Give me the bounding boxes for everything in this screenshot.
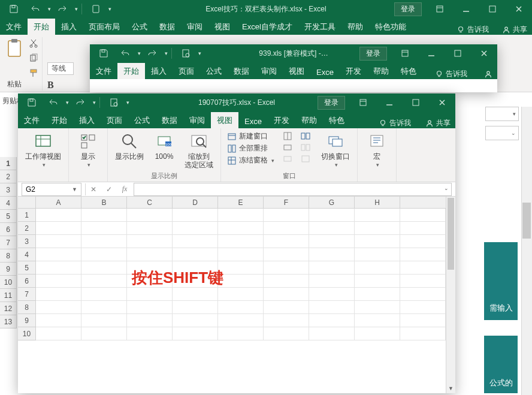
- split-button[interactable]: [282, 131, 294, 141]
- cell[interactable]: [264, 248, 309, 261]
- cell[interactable]: [218, 261, 264, 275]
- share-icon[interactable]: [502, 26, 510, 34]
- scrollbar-1[interactable]: [521, 107, 532, 395]
- tab-formulas[interactable]: 公式: [200, 63, 228, 79]
- paste-button[interactable]: 粘贴: [4, 37, 25, 91]
- rowhead[interactable]: 3: [0, 183, 17, 197]
- select-all-corner[interactable]: [18, 197, 36, 208]
- touch-mode-icon[interactable]: [86, 0, 106, 18]
- tab-dev[interactable]: 开发: [340, 63, 367, 79]
- rowhead[interactable]: 1: [18, 209, 36, 222]
- unhide-button[interactable]: [282, 153, 294, 164]
- cell[interactable]: [173, 288, 218, 301]
- rowhead[interactable]: 6: [18, 275, 36, 288]
- cell[interactable]: [127, 222, 173, 235]
- back-fbar-expand[interactable]: ⌄: [511, 130, 516, 136]
- cell[interactable]: [264, 301, 309, 314]
- rowhead[interactable]: 8: [0, 249, 17, 263]
- cell[interactable]: [218, 301, 264, 314]
- rowhead[interactable]: 4: [0, 197, 17, 210]
- tab-view[interactable]: 视图: [283, 63, 310, 79]
- tab-help[interactable]: 帮助: [295, 112, 323, 128]
- cell[interactable]: [309, 288, 355, 301]
- tab-insert[interactable]: 插入: [145, 63, 173, 79]
- cell[interactable]: [264, 209, 309, 222]
- rowhead[interactable]: 3: [18, 235, 36, 248]
- tab-file[interactable]: 文件: [0, 19, 28, 35]
- cell[interactable]: [264, 275, 309, 288]
- cell[interactable]: [36, 248, 81, 261]
- cell[interactable]: [309, 248, 355, 261]
- cell[interactable]: [400, 248, 446, 261]
- cell[interactable]: [218, 288, 264, 301]
- tab-exce[interactable]: Exce: [238, 114, 268, 128]
- colhead[interactable]: A: [36, 197, 81, 208]
- tab-formulas[interactable]: 公式: [126, 19, 153, 35]
- tab-insert[interactable]: 插入: [55, 19, 83, 35]
- switch-windows-button[interactable]: 切换窗口 ▾: [319, 131, 352, 169]
- preview-icon[interactable]: [176, 44, 196, 62]
- share-button-1[interactable]: 共享: [513, 25, 527, 35]
- cell[interactable]: [173, 327, 218, 340]
- undo-icon[interactable]: [115, 44, 135, 62]
- cell[interactable]: [218, 327, 264, 340]
- cell[interactable]: [81, 261, 127, 275]
- share-icon[interactable]: [484, 70, 492, 79]
- colhead[interactable]: E: [218, 197, 264, 208]
- cell[interactable]: [36, 327, 81, 340]
- cell[interactable]: [264, 288, 309, 301]
- cell[interactable]: [127, 235, 173, 248]
- cell[interactable]: [127, 301, 173, 314]
- rowhead[interactable]: 9: [18, 314, 36, 327]
- tab-file[interactable]: 文件: [18, 112, 46, 128]
- cell[interactable]: [127, 209, 173, 222]
- tab-developer[interactable]: 开发工具: [298, 19, 341, 35]
- freeze-panes-button[interactable]: 冻结窗格▾: [226, 155, 276, 166]
- tab-review[interactable]: 审阅: [183, 112, 211, 128]
- scroll-down-icon[interactable]: ▼: [446, 384, 455, 393]
- ribbon-options-icon[interactable]: [350, 94, 376, 111]
- undo-caret[interactable]: ▾: [48, 6, 51, 12]
- sync-scroll-button[interactable]: [300, 142, 312, 153]
- tab-help[interactable]: 帮助: [367, 63, 395, 79]
- cancel-formula-icon[interactable]: ✕: [86, 185, 101, 194]
- redo-caret[interactable]: ▾: [93, 99, 96, 105]
- cell[interactable]: [355, 235, 400, 248]
- cell[interactable]: [127, 327, 173, 340]
- cell[interactable]: [81, 314, 127, 327]
- fx-icon[interactable]: fx: [117, 185, 132, 194]
- back-fbar-caret[interactable]: ▾: [513, 111, 516, 117]
- cell[interactable]: [173, 209, 218, 222]
- cell[interactable]: [173, 222, 218, 235]
- rowhead[interactable]: 2: [18, 222, 36, 235]
- tab-home[interactable]: 开始: [117, 63, 145, 79]
- tab-special[interactable]: 特色: [323, 112, 350, 128]
- rowhead[interactable]: 6: [0, 223, 17, 236]
- undo-caret[interactable]: ▾: [66, 99, 69, 105]
- view-side-button[interactable]: [300, 131, 312, 141]
- hide-button[interactable]: [282, 142, 294, 153]
- rowhead[interactable]: 11: [0, 289, 17, 302]
- rowhead[interactable]: 4: [18, 248, 36, 261]
- login-button-2[interactable]: 登录: [359, 47, 387, 61]
- redo-caret[interactable]: ▾: [75, 6, 78, 12]
- rowhead[interactable]: 10: [0, 276, 17, 289]
- login-button-1[interactable]: 登录: [394, 2, 422, 16]
- tab-data[interactable]: 数据: [156, 112, 183, 128]
- redo-icon[interactable]: [142, 44, 162, 62]
- cell[interactable]: [355, 209, 400, 222]
- cell[interactable]: [36, 301, 81, 314]
- cell[interactable]: [218, 314, 264, 327]
- minimize-icon[interactable]: [376, 94, 403, 111]
- rowhead[interactable]: 7: [0, 236, 17, 249]
- zoom-100-button[interactable]: 100 100%: [150, 131, 179, 162]
- tell-me-3[interactable]: 告诉我: [389, 118, 411, 128]
- cell[interactable]: [309, 261, 355, 275]
- cell[interactable]: [173, 248, 218, 261]
- cell[interactable]: [264, 314, 309, 327]
- cell[interactable]: [81, 235, 127, 248]
- cell[interactable]: [218, 209, 264, 222]
- cell[interactable]: [81, 222, 127, 235]
- colhead[interactable]: B: [81, 197, 127, 208]
- cell[interactable]: [355, 314, 400, 327]
